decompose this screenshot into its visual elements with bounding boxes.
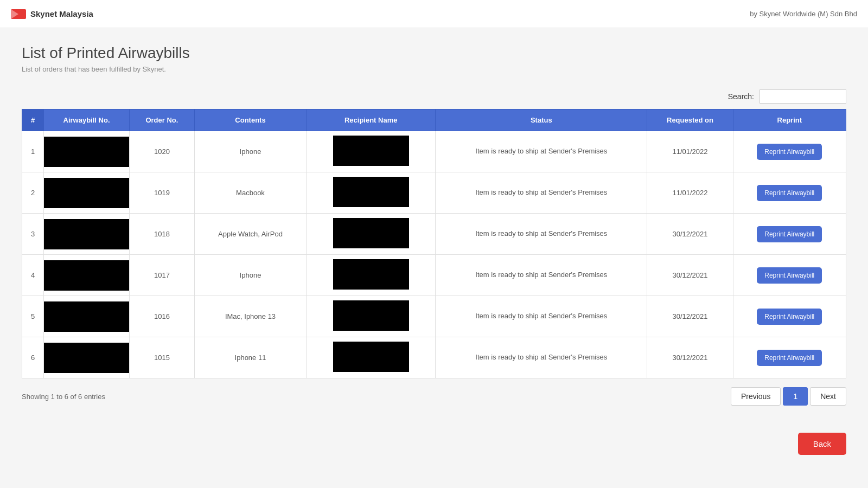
status-cell: Item is ready to ship at Sender's Premis… — [436, 131, 647, 172]
date-cell: 30/12/2021 — [647, 296, 733, 337]
col-status: Status — [436, 110, 647, 131]
search-bar: Search: — [22, 89, 846, 104]
table-row: 6 1015 Iphone 11 Item is ready to ship a… — [22, 337, 846, 378]
header-logo-text: Skynet Malaysia — [30, 9, 93, 18]
reprint-cell: Reprint Airwaybill — [733, 131, 846, 172]
table-header-row: # Airwaybill No. Order No. Contents Reci… — [22, 110, 846, 131]
row-num: 5 — [22, 296, 44, 337]
date-cell: 11/01/2022 — [647, 172, 733, 214]
entries-info: Showing 1 to 6 of 6 entries — [22, 393, 105, 401]
status-cell: Item is ready to ship at Sender's Premis… — [436, 214, 647, 255]
reprint-button[interactable]: Reprint Airwaybill — [757, 350, 822, 366]
reprint-button[interactable]: Reprint Airwaybill — [757, 267, 822, 284]
airwaybill-cell — [44, 255, 130, 296]
reprint-cell: Reprint Airwaybill — [733, 337, 846, 378]
reprint-cell: Reprint Airwaybill — [733, 214, 846, 255]
order-no-cell: 1016 — [130, 296, 195, 337]
airwaybill-image — [44, 219, 129, 249]
row-num: 3 — [22, 214, 44, 255]
table-row: 5 1016 IMac, Iphone 13 Item is ready to … — [22, 296, 846, 337]
next-button[interactable]: Next — [810, 387, 846, 406]
recipient-cell — [307, 172, 436, 214]
contents-cell: Apple Watch, AirPod — [194, 214, 307, 255]
airwaybill-image — [44, 260, 129, 291]
col-order: Order No. — [130, 110, 195, 131]
airwaybill-cell — [44, 131, 130, 172]
status-cell: Item is ready to ship at Sender's Premis… — [436, 172, 647, 214]
table-wrapper: # Airwaybill No. Order No. Contents Reci… — [22, 109, 846, 378]
logo-container: Skynet Malaysia — [11, 9, 93, 19]
table-row: 3 1018 Apple Watch, AirPod Item is ready… — [22, 214, 846, 255]
recipient-image — [333, 136, 409, 166]
recipient-cell — [307, 131, 436, 172]
airwaybill-cell — [44, 337, 130, 378]
airwaybill-image — [44, 137, 129, 167]
airwaybills-table: # Airwaybill No. Order No. Contents Reci… — [22, 109, 846, 378]
order-no-cell: 1020 — [130, 131, 195, 172]
reprint-button[interactable]: Reprint Airwaybill — [757, 309, 822, 325]
contents-cell: Iphone — [194, 131, 307, 172]
row-num: 4 — [22, 255, 44, 296]
airwaybill-image — [44, 178, 129, 208]
recipient-cell — [307, 296, 436, 337]
airwaybill-cell — [44, 296, 130, 337]
contents-cell: Iphone 11 — [194, 337, 307, 378]
reprint-cell: Reprint Airwaybill — [733, 296, 846, 337]
page-title: List of Printed Airwaybills — [22, 44, 846, 62]
recipient-image — [333, 342, 409, 372]
back-section: Back — [0, 422, 868, 466]
header: Skynet Malaysia by Skynet Worldwide (M) … — [0, 0, 868, 28]
order-no-cell: 1019 — [130, 172, 195, 214]
back-button[interactable]: Back — [798, 433, 846, 455]
search-label: Search: — [728, 92, 754, 101]
airwaybill-image — [44, 301, 129, 332]
date-cell: 11/01/2022 — [647, 131, 733, 172]
recipient-image — [333, 218, 409, 248]
col-requested: Requested on — [647, 110, 733, 131]
recipient-image — [333, 259, 409, 290]
reprint-button[interactable]: Reprint Airwaybill — [757, 144, 822, 160]
col-reprint: Reprint — [733, 110, 846, 131]
row-num: 6 — [22, 337, 44, 378]
status-cell: Item is ready to ship at Sender's Premis… — [436, 255, 647, 296]
table-row: 1 1020 Iphone Item is ready to ship at S… — [22, 131, 846, 172]
date-cell: 30/12/2021 — [647, 214, 733, 255]
col-recipient: Recipient Name — [307, 110, 436, 131]
contents-cell: Iphone — [194, 255, 307, 296]
contents-cell: Macbook — [194, 172, 307, 214]
main-content: List of Printed Airwaybills List of orde… — [0, 28, 868, 422]
page-subtitle: List of orders that has been fulfilled b… — [22, 65, 846, 73]
header-company: by Skynet Worldwide (M) Sdn Bhd — [750, 10, 857, 18]
reprint-cell: Reprint Airwaybill — [733, 172, 846, 214]
logo-icon — [11, 9, 26, 19]
recipient-cell — [307, 337, 436, 378]
airwaybill-cell — [44, 214, 130, 255]
reprint-button[interactable]: Reprint Airwaybill — [757, 185, 822, 201]
col-num: # — [22, 110, 44, 131]
order-no-cell: 1017 — [130, 255, 195, 296]
status-cell: Item is ready to ship at Sender's Premis… — [436, 337, 647, 378]
reprint-cell: Reprint Airwaybill — [733, 255, 846, 296]
table-footer: Showing 1 to 6 of 6 entries Previous 1 N… — [22, 387, 846, 406]
recipient-image — [333, 177, 409, 207]
date-cell: 30/12/2021 — [647, 337, 733, 378]
date-cell: 30/12/2021 — [647, 255, 733, 296]
recipient-cell — [307, 255, 436, 296]
status-cell: Item is ready to ship at Sender's Premis… — [436, 296, 647, 337]
previous-button[interactable]: Previous — [731, 387, 781, 406]
order-no-cell: 1018 — [130, 214, 195, 255]
table-row: 2 1019 Macbook Item is ready to ship at … — [22, 172, 846, 214]
recipient-cell — [307, 214, 436, 255]
contents-cell: IMac, Iphone 13 — [194, 296, 307, 337]
reprint-button[interactable]: Reprint Airwaybill — [757, 226, 822, 242]
row-num: 1 — [22, 131, 44, 172]
recipient-image — [333, 300, 409, 331]
pagination: Previous 1 Next — [731, 387, 846, 406]
page-1-button[interactable]: 1 — [783, 387, 808, 406]
search-input[interactable] — [760, 89, 846, 104]
col-airwaybill: Airwaybill No. — [44, 110, 130, 131]
table-row: 4 1017 Iphone Item is ready to ship at S… — [22, 255, 846, 296]
airwaybill-cell — [44, 172, 130, 214]
row-num: 2 — [22, 172, 44, 214]
order-no-cell: 1015 — [130, 337, 195, 378]
